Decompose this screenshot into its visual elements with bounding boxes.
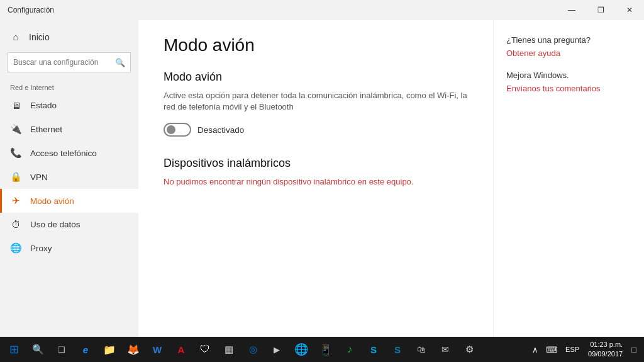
search-input[interactable] bbox=[13, 58, 115, 67]
sidebar-item-label: Acceso telefónico bbox=[30, 149, 97, 158]
sidebar-item-modo-avion[interactable]: ✈ Modo avión bbox=[0, 189, 138, 213]
settings-taskbar-button[interactable]: ⚙ bbox=[458, 338, 480, 361]
keyboard-icon[interactable]: ⌨ bbox=[543, 345, 560, 354]
ie-button[interactable]: e bbox=[74, 338, 97, 361]
sidebar: ⌂ Inicio 🔍 Red e Internet 🖥 Estado 🔌 Eth… bbox=[0, 20, 138, 337]
clock-date: 09/09/2017 bbox=[588, 349, 623, 359]
sidebar-item-ethernet[interactable]: 🔌 Ethernet bbox=[0, 117, 138, 141]
sidebar-item-uso-datos[interactable]: ⏱ Uso de datos bbox=[0, 213, 138, 236]
search-taskbar-button[interactable]: 🔍 bbox=[26, 338, 49, 361]
search-box[interactable]: 🔍 bbox=[8, 52, 131, 72]
sidebar-item-label: Estado bbox=[30, 101, 57, 110]
globe-button[interactable]: 📱 bbox=[314, 338, 337, 361]
main-content: Modo avión Modo avión Active esta opción… bbox=[138, 20, 493, 337]
sidebar-item-label: Modo avión bbox=[30, 196, 74, 206]
word-button[interactable]: W bbox=[146, 338, 169, 361]
sidebar-item-label: VPN bbox=[30, 173, 48, 182]
start-button[interactable]: ⊞ bbox=[3, 338, 25, 361]
titlebar: Configuración — ❐ ✕ bbox=[0, 0, 644, 20]
help-link[interactable]: Obtener ayuda bbox=[506, 48, 631, 58]
sidebar-item-estado[interactable]: 🖥 Estado bbox=[0, 94, 138, 117]
taskbar-clock[interactable]: 01:23 p.m. 09/09/2017 bbox=[584, 340, 626, 359]
defender-button[interactable]: 🛡 bbox=[194, 338, 216, 361]
feedback-link[interactable]: Envíanos tus comentarios bbox=[506, 84, 631, 93]
close-button[interactable]: ✕ bbox=[615, 0, 644, 20]
language-indicator[interactable]: ESP bbox=[563, 346, 582, 353]
media-button[interactable]: ◎ bbox=[242, 338, 264, 361]
help-title: ¿Tienes una pregunta? bbox=[506, 35, 631, 45]
app-body: ⌂ Inicio 🔍 Red e Internet 🖥 Estado 🔌 Eth… bbox=[0, 20, 644, 337]
search-icon: 🔍 bbox=[115, 58, 125, 67]
spotify-button[interactable]: ♪ bbox=[338, 338, 361, 361]
airplane-description: Active esta opción para detener toda la … bbox=[164, 90, 468, 113]
toggle-row: Desactivado bbox=[164, 123, 468, 137]
titlebar-controls: — ❐ ✕ bbox=[557, 0, 644, 20]
page-title: Modo avión bbox=[164, 35, 468, 55]
sidebar-item-vpn[interactable]: 🔒 VPN bbox=[0, 165, 138, 189]
sidebar-item-label: Proxy bbox=[30, 244, 52, 253]
restore-button[interactable]: ❐ bbox=[586, 0, 615, 20]
taskbar: ⊞ 🔍 ❑ e 📁 🦊 W A 🛡 ▦ ◎ ▶ 🌐 📱 ♪ S S 🛍 ✉ ⚙ … bbox=[0, 337, 644, 362]
wireless-error: No pudimos encontrar ningún dispositivo … bbox=[164, 176, 415, 188]
sidebar-home-label: Inicio bbox=[29, 32, 50, 42]
toggle-label: Desactivado bbox=[197, 125, 244, 135]
player-button[interactable]: ▶ bbox=[265, 338, 288, 361]
toggle-thumb bbox=[167, 125, 175, 134]
acrobat-button[interactable]: A bbox=[170, 338, 192, 361]
mail-button[interactable]: ✉ bbox=[434, 338, 457, 361]
feedback-title: Mejora Windows. bbox=[506, 71, 631, 80]
minimize-button[interactable]: — bbox=[557, 0, 586, 20]
estado-icon: 🖥 bbox=[10, 100, 21, 111]
vpn-icon: 🔒 bbox=[10, 171, 21, 183]
firefox-button[interactable]: 🦊 bbox=[122, 338, 145, 361]
sidebar-item-acceso[interactable]: 📞 Acceso telefónico bbox=[0, 141, 138, 165]
clock-time: 01:23 p.m. bbox=[588, 340, 623, 349]
wireless-section-title: Dispositivos inalámbricos bbox=[164, 157, 468, 170]
notification-icon[interactable]: □ bbox=[629, 345, 639, 354]
chevron-up-icon[interactable]: ∧ bbox=[530, 345, 541, 354]
right-panel: ¿Tienes una pregunta? Obtener ayuda Mejo… bbox=[493, 20, 644, 337]
airplane-section-title: Modo avión bbox=[164, 71, 468, 84]
titlebar-title: Configuración bbox=[8, 6, 54, 14]
skype2-button[interactable]: S bbox=[386, 338, 409, 361]
taskview-button[interactable]: ❑ bbox=[50, 338, 73, 361]
sidebar-item-label: Ethernet bbox=[30, 125, 62, 134]
skype1-button[interactable]: S bbox=[362, 338, 385, 361]
folder-button[interactable]: 📁 bbox=[98, 338, 121, 361]
uso-datos-icon: ⏱ bbox=[10, 219, 21, 230]
store-button[interactable]: 🛍 bbox=[410, 338, 433, 361]
sidebar-section-label: Red e Internet bbox=[0, 80, 138, 94]
proxy-icon: 🌐 bbox=[10, 242, 21, 254]
calc-button[interactable]: ▦ bbox=[218, 338, 240, 361]
home-icon: ⌂ bbox=[10, 31, 21, 42]
sidebar-item-proxy[interactable]: 🌐 Proxy bbox=[0, 236, 138, 260]
acceso-icon: 📞 bbox=[10, 147, 21, 159]
airplane-toggle[interactable] bbox=[164, 123, 191, 137]
sidebar-item-inicio[interactable]: ⌂ Inicio bbox=[0, 25, 138, 48]
ethernet-icon: 🔌 bbox=[10, 123, 21, 135]
taskbar-right: ∧ ⌨ ESP 01:23 p.m. 09/09/2017 □ bbox=[530, 340, 641, 359]
chrome-button[interactable]: 🌐 bbox=[289, 338, 313, 361]
sidebar-item-label: Uso de datos bbox=[30, 220, 80, 229]
avion-icon: ✈ bbox=[10, 195, 21, 206]
